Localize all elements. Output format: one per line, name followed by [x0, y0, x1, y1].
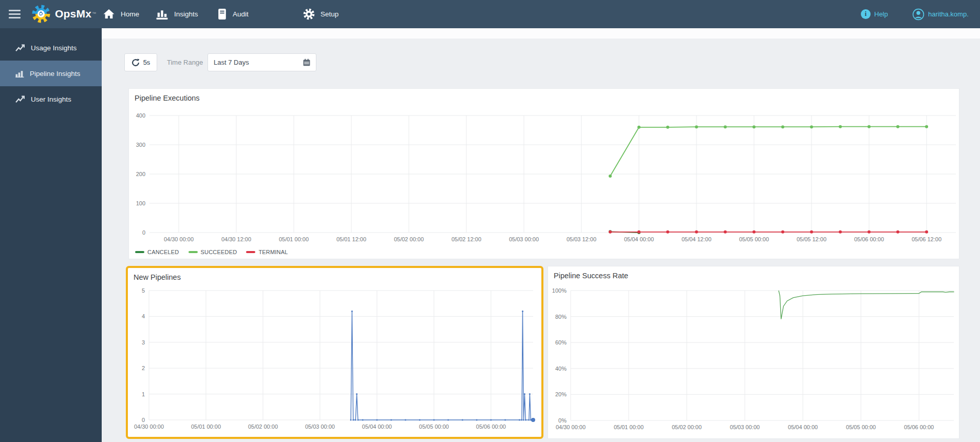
- svg-text:04/30 12:00: 04/30 12:00: [221, 236, 251, 242]
- svg-text:0: 0: [142, 229, 145, 236]
- legend-label: SUCCEEDED: [201, 249, 237, 255]
- svg-text:05/03 00:00: 05/03 00:00: [509, 236, 539, 242]
- nav-insights-label: Insights: [174, 10, 198, 18]
- svg-text:05/06 12:00: 05/06 12:00: [912, 236, 941, 242]
- nav-home-label: Home: [121, 10, 139, 18]
- svg-text:4: 4: [142, 313, 145, 319]
- sidebar-item-label: User Insights: [31, 95, 71, 103]
- help-label: Help: [874, 10, 888, 18]
- new-pipelines-card-highlighted: New Pipelines 01234504/30 00:0005/01 00:…: [126, 266, 543, 439]
- pipeline-success-rate-chart: 0%20%40%60%80%100%04/30 00:0005/01 00:00…: [548, 266, 959, 438]
- home-icon: [103, 9, 115, 20]
- legend-label: TERMINAL: [258, 249, 288, 255]
- opsmx-logo[interactable]: OpsMx™: [31, 4, 96, 24]
- svg-text:60%: 60%: [555, 339, 567, 345]
- nav-audit-label: Audit: [233, 10, 249, 18]
- nav-home[interactable]: Home: [103, 0, 139, 28]
- nav-audit[interactable]: Audit: [217, 0, 249, 28]
- svg-text:05/01 00:00: 05/01 00:00: [191, 424, 221, 430]
- hamburger-menu-icon[interactable]: [9, 10, 21, 18]
- svg-text:05/03 00:00: 05/03 00:00: [730, 424, 760, 430]
- svg-text:05/04 00:00: 05/04 00:00: [788, 424, 818, 430]
- svg-text:100%: 100%: [552, 287, 567, 294]
- svg-text:1: 1: [142, 391, 145, 397]
- svg-text:04/30 00:00: 04/30 00:00: [164, 236, 194, 242]
- main-content: 5s Time Range Last 7 Days Pipeline Execu…: [102, 28, 980, 442]
- svg-text:05/01 00:00: 05/01 00:00: [279, 236, 309, 242]
- pipeline-insights-icon: [15, 70, 24, 78]
- svg-text:200: 200: [136, 171, 145, 177]
- user-menu[interactable]: haritha.komp.: [912, 0, 969, 28]
- setup-icon: [303, 8, 315, 20]
- brand-name: OpsMx: [55, 8, 91, 20]
- brand-trademark: ™: [92, 11, 96, 16]
- svg-text:0: 0: [142, 417, 145, 423]
- svg-text:05/01 12:00: 05/01 12:00: [336, 236, 366, 242]
- nav-setup-label: Setup: [321, 10, 338, 18]
- legend-item-succeeded[interactable]: SUCCEEDED: [189, 249, 237, 255]
- svg-text:05/04 12:00: 05/04 12:00: [682, 236, 711, 242]
- audit-icon: [217, 8, 227, 20]
- svg-text:05/05 00:00: 05/05 00:00: [419, 424, 449, 430]
- refresh-icon: [131, 59, 140, 67]
- refresh-interval-value: 5s: [143, 59, 150, 66]
- svg-text:3: 3: [142, 339, 145, 345]
- svg-text:05/04 00:00: 05/04 00:00: [362, 424, 392, 430]
- svg-text:05/02 12:00: 05/02 12:00: [451, 236, 481, 242]
- svg-text:05/06 00:00: 05/06 00:00: [854, 236, 884, 242]
- user-insights-icon: [15, 95, 25, 103]
- svg-text:300: 300: [136, 142, 145, 148]
- user-avatar-icon: [912, 8, 925, 21]
- svg-text:05/03 12:00: 05/03 12:00: [567, 236, 596, 242]
- sidebar: Usage Insights Pipeline Insights User In…: [0, 28, 102, 442]
- nav-setup[interactable]: Setup: [303, 0, 338, 28]
- svg-text:05/01 00:00: 05/01 00:00: [614, 424, 644, 430]
- time-range-label: Time Range: [167, 53, 203, 71]
- nav-insights[interactable]: Insights: [156, 0, 198, 28]
- svg-text:05/04 00:00: 05/04 00:00: [624, 236, 654, 242]
- pipeline-executions-chart: 010020030040004/30 00:0004/30 12:0005/01…: [129, 89, 959, 259]
- content-top-strip: [102, 28, 980, 39]
- svg-text:0%: 0%: [558, 417, 567, 424]
- legend-swatch: [189, 251, 198, 253]
- svg-text:05/02 00:00: 05/02 00:00: [672, 424, 702, 430]
- pipeline-success-rate-card: Pipeline Success Rate 0%20%40%60%80%100%…: [548, 266, 959, 439]
- svg-text:04/30 00:00: 04/30 00:00: [134, 424, 164, 430]
- top-navbar: OpsMx™ Home Insights Audit Setup: [0, 0, 980, 28]
- calendar-icon: [303, 59, 310, 66]
- svg-text:05/02 00:00: 05/02 00:00: [394, 236, 424, 242]
- sidebar-item-user-insights[interactable]: User Insights: [0, 86, 102, 112]
- legend-item-canceled[interactable]: CANCELED: [135, 249, 179, 255]
- new-pipelines-chart: 01234504/30 00:0005/01 00:0005/02 00:000…: [128, 268, 541, 437]
- svg-text:20%: 20%: [555, 391, 567, 397]
- svg-text:400: 400: [136, 112, 145, 119]
- pipeline-executions-card: Pipeline Executions 010020030040004/30 0…: [128, 88, 959, 259]
- svg-text:100: 100: [136, 200, 145, 206]
- sidebar-item-pipeline-insights[interactable]: Pipeline Insights: [0, 61, 102, 86]
- svg-text:05/02 00:00: 05/02 00:00: [248, 424, 278, 430]
- svg-text:05/05 00:00: 05/05 00:00: [846, 424, 876, 430]
- time-range-value: Last 7 Days: [214, 59, 249, 66]
- svg-text:5: 5: [142, 287, 145, 294]
- username: haritha.komp.: [928, 10, 969, 18]
- svg-text:05/06 00:00: 05/06 00:00: [476, 424, 506, 430]
- legend: CANCELEDSUCCEEDEDTERMINAL: [135, 249, 288, 255]
- sidebar-item-usage-insights[interactable]: Usage Insights: [0, 35, 102, 61]
- refresh-interval-button[interactable]: 5s: [124, 53, 157, 71]
- svg-text:2: 2: [142, 365, 145, 371]
- usage-insights-icon: [15, 44, 25, 52]
- legend-swatch: [135, 251, 144, 253]
- sidebar-item-label: Usage Insights: [31, 44, 77, 52]
- svg-text:40%: 40%: [555, 366, 567, 372]
- info-icon: [861, 9, 871, 19]
- svg-text:05/05 00:00: 05/05 00:00: [739, 236, 769, 242]
- sidebar-item-label: Pipeline Insights: [30, 70, 80, 78]
- opsmx-gear-logo-icon: [31, 4, 51, 24]
- svg-text:05/05 12:00: 05/05 12:00: [797, 236, 826, 242]
- time-range-select[interactable]: Last 7 Days: [208, 53, 316, 71]
- help-link[interactable]: Help: [861, 0, 888, 28]
- legend-swatch: [246, 251, 255, 253]
- svg-text:05/03 00:00: 05/03 00:00: [305, 424, 335, 430]
- legend-item-terminal[interactable]: TERMINAL: [246, 249, 288, 255]
- svg-text:05/06 00:00: 05/06 00:00: [904, 424, 934, 430]
